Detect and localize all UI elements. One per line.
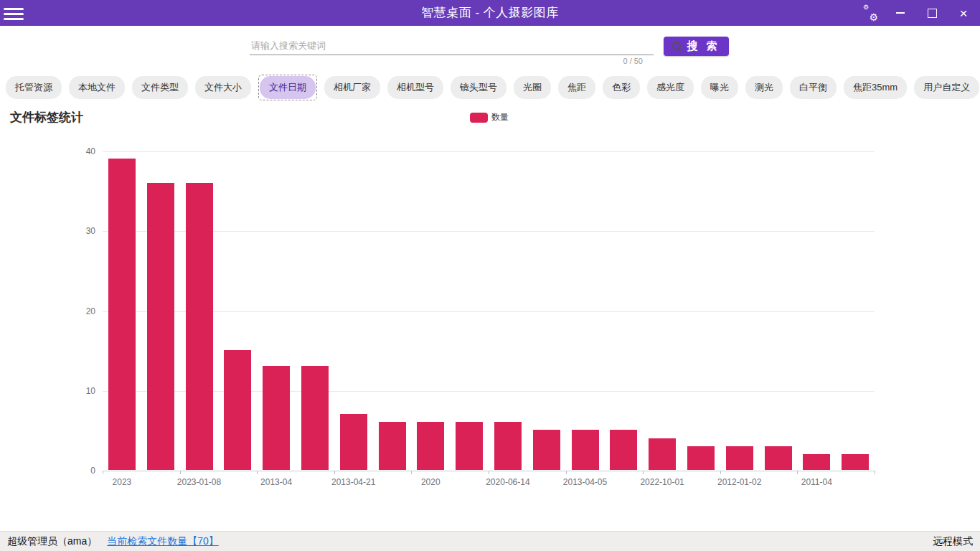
filter-chip-10[interactable]: 色彩	[603, 76, 640, 99]
bar-0	[108, 159, 136, 470]
x-axis-label-4: 2013-04	[260, 477, 292, 487]
filter-chip-11[interactable]: 感光度	[647, 76, 694, 99]
x-axis-tick	[257, 471, 258, 474]
maximize-icon	[928, 9, 937, 18]
x-axis-tick	[334, 471, 335, 474]
settings-gears-icon: ⚙⚙	[863, 6, 877, 20]
filter-chip-1[interactable]: 本地文件	[69, 76, 125, 99]
bar-19	[842, 454, 869, 470]
settings-button[interactable]: ⚙⚙	[855, 0, 885, 26]
x-axis-tick	[566, 471, 567, 474]
status-mode-label: 远程模式	[933, 535, 973, 548]
filter-chip-4[interactable]: 文件日期	[260, 76, 316, 99]
chart-section-title: 文件标签统计	[10, 109, 83, 126]
x-axis-tick	[720, 471, 721, 474]
bar-15	[687, 446, 715, 470]
x-axis-tick	[180, 471, 181, 474]
x-axis-label-16: 2012-01-02	[717, 477, 761, 487]
titlebar: 智慧桌面 - 个人摄影图库 ⚙⚙ ×	[0, 0, 980, 26]
filter-chip-3[interactable]: 文件大小	[195, 76, 251, 99]
filter-chip-row: 托管资源本地文件文件类型文件大小文件日期相机厂家相机型号镜头型号光圈焦距色彩感光…	[6, 75, 976, 100]
y-axis-label-10: 10	[86, 386, 95, 396]
bar-6	[340, 414, 367, 470]
filter-chip-9[interactable]: 焦距	[558, 76, 595, 99]
x-axis-tick	[103, 471, 103, 474]
filter-chip-selected-outline: 文件日期	[258, 75, 317, 100]
chart-legend[interactable]: 数量	[470, 111, 509, 123]
bar-8	[417, 422, 444, 470]
bar-13	[610, 430, 637, 470]
search-button-label: 搜 索	[687, 39, 720, 53]
bar-17	[765, 446, 792, 470]
filter-chip-13[interactable]: 测光	[745, 76, 783, 99]
x-axis-tick	[489, 471, 489, 474]
x-axis-tick	[643, 471, 644, 474]
gridline-10	[103, 391, 875, 392]
legend-swatch	[470, 113, 488, 123]
gridline-30	[103, 231, 875, 232]
plot-area: 01020304020232023-01-082013-042013-04-21…	[103, 151, 875, 471]
x-axis-label-12: 2013-04-05	[563, 477, 607, 487]
filter-chip-8[interactable]: 光圈	[514, 76, 551, 99]
bar-14	[649, 438, 676, 471]
bar-1	[147, 183, 174, 471]
minimize-icon	[896, 12, 905, 14]
y-axis-label-30: 30	[86, 226, 95, 236]
y-axis-label-40: 40	[86, 146, 95, 156]
close-button[interactable]: ×	[948, 0, 979, 26]
bar-2	[186, 183, 213, 471]
x-axis-label-18: 2011-04	[801, 477, 832, 487]
search-char-counter: 0 / 50	[250, 57, 643, 65]
x-axis-label-6: 2013-04-21	[331, 477, 375, 487]
status-result-count-link[interactable]: 当前检索文件数量【70】	[107, 535, 219, 548]
gridline-20	[103, 311, 875, 312]
app-window: 智慧桌面 - 个人摄影图库 ⚙⚙ × 0 / 50 搜 索 托管资源本地文件文件…	[0, 0, 980, 551]
y-axis-label-0: 0	[90, 466, 95, 476]
y-axis-label-20: 20	[86, 306, 95, 316]
legend-label: 数量	[491, 111, 509, 123]
bar-12	[572, 430, 599, 470]
x-axis-tick	[411, 471, 412, 474]
x-axis-label-0: 2023	[113, 477, 132, 487]
filter-chip-6[interactable]: 相机型号	[387, 76, 443, 99]
filter-chip-5[interactable]: 相机厂家	[324, 76, 380, 99]
filter-chip-12[interactable]: 曝光	[701, 76, 738, 99]
filter-chip-14[interactable]: 白平衡	[790, 76, 837, 99]
minimize-button[interactable]	[885, 0, 915, 26]
bar-18	[803, 454, 830, 470]
window-title: 智慧桌面 - 个人摄影图库	[0, 0, 980, 26]
status-user: 超级管理员（ama）	[7, 535, 97, 548]
close-icon: ×	[959, 6, 967, 20]
gridline-40	[103, 151, 875, 152]
bar-3	[224, 350, 251, 470]
search-input-underline	[250, 36, 654, 55]
x-axis-tick	[875, 471, 875, 474]
x-axis-label-14: 2022-10-01	[640, 477, 684, 487]
bar-4	[263, 366, 290, 470]
filter-chip-7[interactable]: 镜头型号	[451, 76, 507, 99]
filter-chip-15[interactable]: 焦距35mm	[844, 76, 907, 99]
maximize-button[interactable]	[917, 0, 947, 26]
search-button[interactable]: 搜 索	[664, 37, 729, 56]
bar-16	[726, 446, 753, 470]
filter-chip-16[interactable]: 用户自定义	[914, 76, 979, 99]
bar-11	[533, 430, 560, 470]
x-axis-label-8: 2020	[421, 477, 440, 487]
bar-5	[301, 366, 329, 470]
magnifier-icon	[672, 42, 682, 51]
x-axis-label-2: 2023-01-08	[177, 477, 221, 487]
filter-chip-0[interactable]: 托管资源	[6, 76, 62, 99]
bar-7	[379, 422, 406, 470]
filter-chip-2[interactable]: 文件类型	[132, 76, 188, 99]
statusbar: 超级管理员（ama） 当前检索文件数量【70】 远程模式	[0, 531, 980, 551]
search-input[interactable]	[250, 36, 656, 55]
bar-9	[456, 422, 483, 470]
x-axis-tick	[797, 471, 798, 474]
x-axis-label-10: 2020-06-14	[486, 477, 529, 487]
bar-10	[494, 422, 522, 470]
